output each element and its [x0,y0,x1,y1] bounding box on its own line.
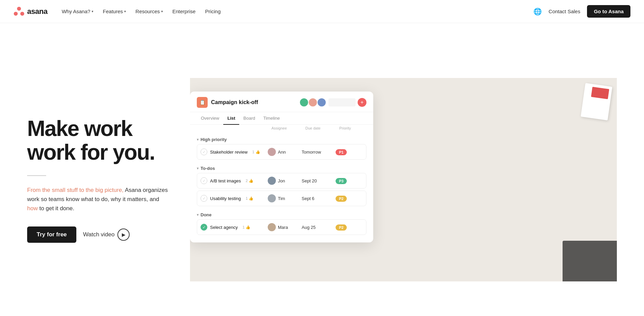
chevron-icon: ▾ [197,213,198,217]
chevron-icon: ▾ [197,138,198,141]
assignee-cell: Mara [268,223,302,231]
search-bar [328,98,356,106]
hero-section: Make work work for you. From the small s… [0,23,644,316]
notebook-decoration [581,83,612,120]
logo-icon [14,6,24,17]
avatar [268,148,276,156]
assignee-cell: Tim [268,194,302,202]
tab-board[interactable]: Board [239,112,259,125]
priority-badge: P3 [336,178,347,184]
svg-point-0 [17,6,21,11]
chevron-icon: ▾ [197,166,198,170]
due-date: Sept 6 [302,196,336,201]
nav-pricing[interactable]: Pricing [202,6,224,16]
hero-visual: 📋 Campaign kick-off + Overview List Boar… [190,78,617,281]
add-member-button[interactable]: + [358,98,366,107]
task-row[interactable]: ✓ Usability testing 1 👍 Tim Sept 6 P2 [197,191,366,206]
task-row[interactable]: ✓ Select agency 1 👍 Mara Aug 25 P2 [197,219,366,235]
card-tabs: Overview List Board Timeline [190,112,373,125]
nav-right: 🌐 Contact Sales Go to Asana [533,5,630,18]
app-preview-card: 📋 Campaign kick-off + Overview List Boar… [190,92,373,242]
section-todos: ▾ To-dos [197,162,366,173]
chevron-down-icon: ▾ [161,9,163,13]
hero-title: Make work work for you. [27,117,170,164]
avatar [268,194,276,202]
priority-badge: P2 [336,196,347,202]
tab-list[interactable]: List [223,112,239,125]
logo[interactable]: asana [14,6,48,17]
play-circle-icon: ▶ [117,229,130,241]
hero-content: Make work work for you. From the small s… [27,117,170,243]
hero-description: From the small stuff to the big picture,… [27,185,170,213]
hero-actions: Try for free Watch video ▶ [27,226,170,243]
nav-why-asana[interactable]: Why Asana? ▾ [58,6,97,16]
due-date: Sept 20 [302,178,336,183]
tab-timeline[interactable]: Timeline [259,112,284,125]
avatar [268,223,276,231]
avatar [299,98,309,107]
priority-badge: P1 [336,149,347,155]
nav-enterprise[interactable]: Enterprise [169,6,199,16]
avatar [317,98,326,107]
avatar [268,177,276,185]
task-row[interactable]: ✓ Stakeholder review 1 👍 Ann Tomorrow P1 [197,144,366,160]
column-headers: Assignee Due date Priority [197,125,366,132]
chevron-down-icon: ▾ [92,9,93,13]
project-icon: 📋 [197,97,208,108]
chevron-down-icon: ▾ [124,9,126,13]
task-row[interactable]: ✓ A/B test images 2 👍 Jon Sept 20 P3 [197,173,366,189]
task-checkbox[interactable]: ✓ [201,195,207,202]
svg-point-2 [20,12,24,16]
assignee-cell: Jon [268,177,302,185]
assignee-cell: Ann [268,148,302,156]
contact-sales-button[interactable]: Contact Sales [549,8,580,14]
nav-links: Why Asana? ▾ Features ▾ Resources ▾ Ente… [58,6,224,16]
card-header-left: 📋 Campaign kick-off [197,97,258,108]
brand-name: asana [27,7,48,16]
section-high-priority: ▾ High priority [197,133,366,144]
watch-video-button[interactable]: Watch video ▶ [83,229,130,241]
nav-left: asana Why Asana? ▾ Features ▾ Resources … [14,6,224,17]
card-body: Assignee Due date Priority ▾ High priori… [190,125,373,242]
task-checkbox[interactable]: ✓ [201,177,207,184]
due-date: Tomorrow [302,150,336,155]
avatar [308,98,318,107]
task-checkbox-done[interactable]: ✓ [201,224,207,231]
section-done: ▾ Done [197,208,366,219]
try-free-button[interactable]: Try for free [27,226,76,243]
project-name: Campaign kick-off [211,99,258,105]
play-icon: ▶ [122,232,126,237]
due-date: Aug 25 [302,225,336,230]
language-selector[interactable]: 🌐 [533,7,542,16]
tab-overview[interactable]: Overview [197,112,223,125]
nav-resources[interactable]: Resources ▾ [132,6,166,16]
card-header: 📋 Campaign kick-off + [190,92,373,112]
nav-features[interactable]: Features ▾ [99,6,129,16]
go-to-asana-button[interactable]: Go to Asana [587,5,630,18]
card-header-right: + [299,98,366,107]
hero-divider [27,175,46,176]
task-checkbox[interactable]: ✓ [201,149,207,155]
priority-badge: P2 [336,224,347,231]
laptop-decoration [563,241,617,281]
navbar: asana Why Asana? ▾ Features ▾ Resources … [0,0,644,23]
svg-point-1 [14,12,18,16]
